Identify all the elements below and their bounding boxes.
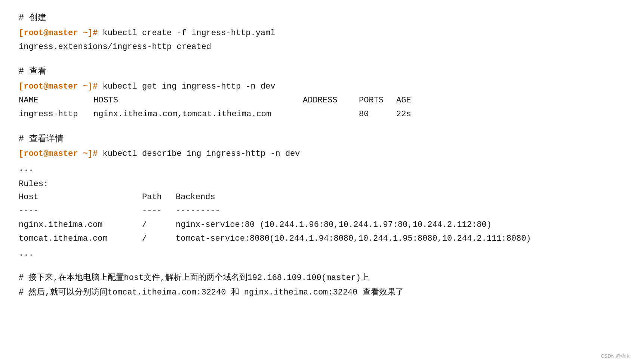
rule-backends-nginx: nginx-service:80 (10.244.1.96:80,10.244.… — [176, 218, 618, 231]
bottom-comments-section: # 接下来,在本地电脑上配置host文件,解析上面的两个域名到192.168.1… — [19, 271, 618, 299]
rules-col-path: Path — [142, 191, 176, 204]
rule-host-tomcat: tomcat.itheima.com — [19, 232, 142, 245]
describe-section: # 查看详情 [root@master ~]# kubectl describe… — [19, 132, 618, 260]
rules-col-host: Host — [19, 191, 142, 204]
rules-sep-backends: --------- — [176, 204, 618, 218]
col-header-ports: PORTS — [359, 94, 396, 107]
bottom-comment-1: # 接下来,在本地电脑上配置host文件,解析上面的两个域名到192.168.1… — [19, 271, 618, 284]
describe-cmd-text: kubectl describe ing ingress-http -n dev — [102, 149, 300, 158]
create-command: [root@master ~]# kubectl create -f ingre… — [19, 27, 618, 40]
view-table: NAME HOSTS ADDRESS PORTS AGE ingress-htt… — [19, 94, 618, 121]
describe-command: [root@master ~]# kubectl describe ing in… — [19, 147, 618, 160]
prompt-view: [root@master ~]# — [19, 82, 98, 91]
create-comment: # 创建 — [19, 11, 618, 25]
rules-label: Rules: — [19, 178, 618, 191]
rule-host-nginx: nginx.itheima.com — [19, 218, 142, 231]
create-cmd-text: kubectl create -f ingress-http.yaml — [102, 28, 275, 38]
table-cell-address — [303, 108, 359, 121]
rule-path-tomcat: / — [142, 232, 176, 245]
rule-row-tomcat: tomcat.itheima.com / tomcat-service:8080… — [19, 232, 618, 245]
table-header-row: NAME HOSTS ADDRESS PORTS AGE — [19, 94, 618, 107]
table-data-row: ingress-http nginx.itheima.com,tomcat.it… — [19, 108, 618, 121]
rules-separator-row: ---- ---- --------- — [19, 204, 618, 218]
pre-ellipsis: ... — [19, 162, 618, 175]
bottom-comment-2: # 然后,就可以分别访问tomcat.itheima.com:32240 和 n… — [19, 286, 618, 299]
prompt-create: [root@master ~]# — [19, 28, 98, 38]
create-output: ingress.extensions/ingress-http created — [19, 40, 618, 53]
table-cell-hosts: nginx.itheima.com,tomcat.itheima.com — [93, 108, 303, 121]
col-header-hosts: HOSTS — [93, 94, 303, 107]
rule-row-nginx: nginx.itheima.com / nginx-service:80 (10… — [19, 218, 618, 231]
create-section: # 创建 [root@master ~]# kubectl create -f … — [19, 11, 618, 53]
watermark: CSDN @强 k — [601, 352, 630, 360]
table-cell-ports: 80 — [359, 108, 396, 121]
post-ellipsis: ... — [19, 247, 618, 260]
view-command: [root@master ~]# kubectl get ing ingress… — [19, 80, 618, 93]
table-cell-name: ingress-http — [19, 108, 93, 121]
rule-backends-tomcat: tomcat-service:8080(10.244.1.94:8080,10.… — [176, 232, 618, 245]
rules-sep-host: ---- — [19, 204, 142, 218]
col-header-name: NAME — [19, 94, 93, 107]
table-cell-age: 22s — [396, 108, 426, 121]
col-header-age: AGE — [396, 94, 426, 107]
view-section: # 查看 [root@master ~]# kubectl get ing in… — [19, 65, 618, 121]
view-cmd-text: kubectl get ing ingress-http -n dev — [102, 82, 275, 91]
view-comment: # 查看 — [19, 65, 618, 78]
rules-header-row: Host Path Backends — [19, 191, 618, 204]
rules-section: Rules: Host Path Backends ---- ---- ----… — [19, 178, 618, 246]
col-header-address: ADDRESS — [303, 94, 359, 107]
rules-col-backends: Backends — [176, 191, 618, 204]
describe-comment: # 查看详情 — [19, 132, 618, 146]
prompt-describe: [root@master ~]# — [19, 149, 98, 158]
rule-path-nginx: / — [142, 218, 176, 231]
rules-sep-path: ---- — [142, 204, 176, 218]
